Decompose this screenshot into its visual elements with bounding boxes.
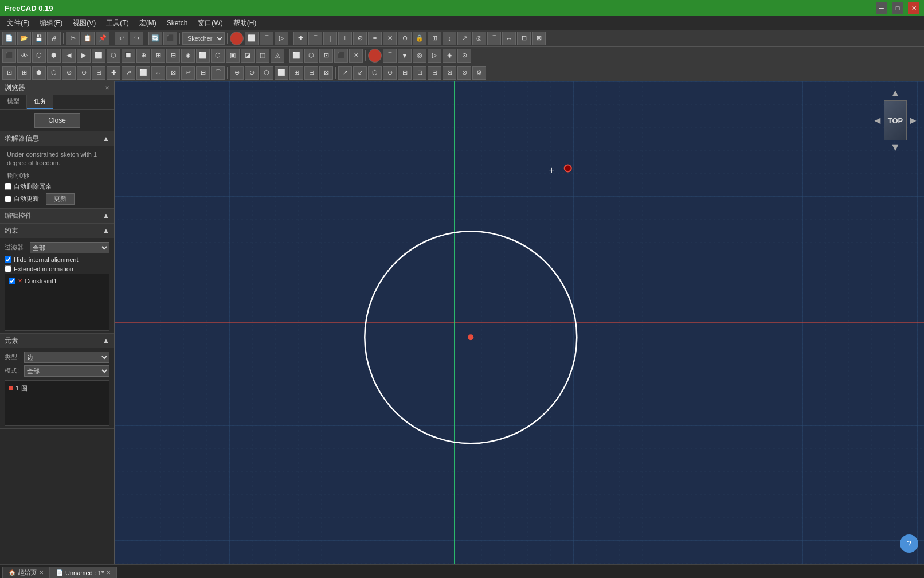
e29[interactable]: ⊟ — [428, 66, 441, 80]
help-button[interactable]: ? — [900, 534, 918, 553]
auto-remove-checkbox[interactable] — [5, 183, 11, 190]
close-sketch-button[interactable]: Close — [34, 113, 80, 128]
workbench-dropdown[interactable]: Sketcher — [182, 32, 225, 45]
maximize-button[interactable]: □ — [892, 2, 903, 14]
auto-update-checkbox[interactable] — [5, 196, 11, 202]
e19[interactable]: ⬜ — [275, 66, 288, 80]
e1[interactable]: ⊡ — [2, 66, 16, 80]
c3[interactable]: | — [323, 32, 337, 45]
pt3[interactable]: ▼ — [398, 49, 412, 63]
tab-unnamed[interactable]: 📄 Unnamed : 1* ✕ — [50, 567, 117, 578]
close-button[interactable]: ✕ — [908, 2, 919, 14]
e15[interactable]: ⌒ — [211, 66, 225, 80]
elements-section-title[interactable]: 元素 ▲ — [0, 334, 114, 348]
print-btn[interactable]: 🖨 — [47, 32, 61, 45]
e8[interactable]: ✚ — [107, 66, 120, 80]
e14[interactable]: ⊟ — [196, 66, 210, 80]
v1[interactable]: ⬛ — [2, 49, 16, 63]
update-button[interactable]: 更新 — [46, 193, 75, 205]
minimize-button[interactable]: ─ — [876, 2, 887, 14]
nav-arrow-down[interactable]: ▼ — [890, 142, 900, 153]
e10[interactable]: ⬜ — [136, 66, 150, 80]
v9[interactable]: 🔲 — [122, 49, 135, 63]
v12[interactable]: ⊟ — [166, 49, 180, 63]
c1[interactable]: ✚ — [293, 32, 307, 45]
point-btn[interactable] — [230, 32, 244, 45]
sv5[interactable]: ✕ — [349, 49, 363, 63]
tab-start[interactable]: 🏠 起始页 ✕ — [2, 567, 50, 578]
e18[interactable]: ⬡ — [260, 66, 273, 80]
menu-view[interactable]: 视图(V) — [68, 17, 100, 29]
c10[interactable]: ⊞ — [428, 32, 441, 45]
extended-info-checkbox[interactable] — [5, 265, 11, 272]
v14[interactable]: ⬜ — [196, 49, 210, 63]
e25[interactable]: ⬡ — [368, 66, 382, 80]
v4[interactable]: ⬢ — [47, 49, 61, 63]
v6[interactable]: ▶ — [77, 49, 91, 63]
e21[interactable]: ⊟ — [304, 66, 318, 80]
menu-help[interactable]: 帮助(H) — [229, 17, 261, 29]
c4[interactable]: ⊥ — [338, 32, 352, 45]
e22[interactable]: ⊠ — [319, 66, 333, 80]
sv3[interactable]: ⊡ — [319, 49, 333, 63]
panel-header[interactable]: 浏览器 ✕ — [0, 81, 114, 95]
v17[interactable]: ◪ — [241, 49, 255, 63]
e7[interactable]: ⊟ — [92, 66, 105, 80]
solver-section-title[interactable]: 求解器信息 ▲ — [0, 131, 114, 146]
c16[interactable]: ⊟ — [517, 32, 531, 45]
v13[interactable]: ◈ — [181, 49, 195, 63]
e9[interactable]: ↗ — [122, 66, 135, 80]
c13[interactable]: ◎ — [472, 32, 486, 45]
tab-unnamed-close[interactable]: ✕ — [106, 569, 111, 576]
hide-internal-checkbox[interactable] — [5, 256, 11, 263]
stop-btn[interactable]: ⬛ — [163, 32, 177, 45]
v11[interactable]: ⊞ — [151, 49, 165, 63]
menu-edit[interactable]: 编辑(E) — [35, 17, 67, 29]
sv1[interactable]: ⬜ — [289, 49, 303, 63]
e12[interactable]: ⊠ — [166, 66, 180, 80]
e26[interactable]: ⊙ — [383, 66, 397, 80]
undo-btn[interactable]: ↩ — [115, 32, 128, 45]
canvas-area[interactable]: + ▲ ◄ TOP ► ▼ ? — [115, 81, 924, 564]
v2[interactable]: 👁 — [17, 49, 31, 63]
c15[interactable]: ↔ — [502, 32, 516, 45]
nav-arrow-right[interactable]: ► — [908, 115, 918, 127]
menu-window[interactable]: 窗口(W) — [193, 17, 227, 29]
e20[interactable]: ⊞ — [289, 66, 303, 80]
menu-tools[interactable]: 工具(T) — [101, 17, 133, 29]
v5[interactable]: ◀ — [62, 49, 76, 63]
e13[interactable]: ✂ — [181, 66, 195, 80]
sv4[interactable]: ⬛ — [334, 49, 348, 63]
e16[interactable]: ⊕ — [230, 66, 244, 80]
c11[interactable]: ↕ — [443, 32, 456, 45]
nav-arrow-left[interactable]: ◄ — [872, 115, 883, 127]
cut-btn[interactable]: ✂ — [66, 32, 80, 45]
sv2[interactable]: ⬡ — [304, 49, 318, 63]
e28[interactable]: ⊡ — [413, 66, 426, 80]
e30[interactable]: ⊠ — [443, 66, 456, 80]
menu-file[interactable]: 文件(F) — [2, 17, 34, 29]
c5[interactable]: ⊘ — [353, 32, 367, 45]
type-select[interactable]: 边 — [24, 352, 109, 363]
c6[interactable]: ≡ — [368, 32, 382, 45]
v18[interactable]: ◫ — [256, 49, 269, 63]
c2[interactable]: ⌒ — [308, 32, 322, 45]
polyline-btn[interactable]: ⌒ — [260, 32, 273, 45]
constraint-checkbox-1[interactable] — [9, 278, 15, 284]
filter-select[interactable]: 全部 — [30, 242, 109, 253]
arc-btn[interactable]: ▷ — [275, 32, 288, 45]
open-btn[interactable]: 📂 — [17, 32, 31, 45]
refresh-btn[interactable]: 🔄 — [148, 32, 162, 45]
pt6[interactable]: ◈ — [443, 49, 456, 63]
nav-arrow-up[interactable]: ▲ — [890, 87, 900, 99]
mode-select[interactable]: 全部 — [24, 365, 109, 377]
tab-task[interactable]: 任务 — [27, 95, 53, 109]
pt7[interactable]: ⊙ — [457, 49, 471, 63]
e3[interactable]: ⬢ — [32, 66, 46, 80]
e23[interactable]: ↗ — [338, 66, 352, 80]
e31[interactable]: ⊘ — [457, 66, 471, 80]
tab-model[interactable]: 模型 — [0, 95, 27, 109]
tab-start-close[interactable]: ✕ — [39, 569, 44, 576]
constraints-section-title[interactable]: 约束 ▲ — [0, 224, 114, 238]
nav-cube-face[interactable]: TOP — [884, 100, 907, 140]
